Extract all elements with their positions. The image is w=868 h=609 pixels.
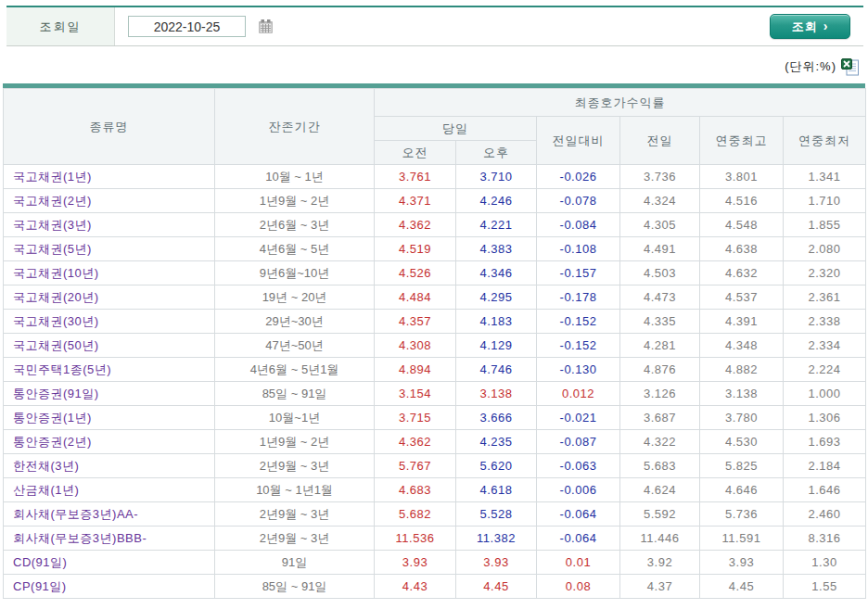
cell-change: -0.084 [537,213,620,237]
cell-prev: 3.126 [620,382,700,406]
cell-am: 4.894 [375,358,456,382]
cell-name: 한전채(3년) [4,454,215,478]
cell-year-high: 3.780 [700,406,784,430]
cell-am: 4.357 [375,310,456,334]
cell-period: 85일 ~ 91일 [215,382,375,406]
yield-table: 종류명 잔존기간 최종호가수익률 당일 전일대비 전일 연중최고 연중최저 오전… [3,88,866,599]
search-date-label: 조회일 [6,7,115,45]
cell-period: 9년6월~10년 [215,261,375,285]
cell-prev: 4.491 [620,237,700,261]
cell-period: 10월 ~ 1년 [215,165,375,189]
cell-name: 회사채(무보증3년)BBB- [4,527,215,551]
cell-change: -0.130 [537,358,620,382]
cell-pm: 4.45 [456,575,537,599]
table-row: 국고채권(2년)1년9월 ~ 2년4.3714.246-0.0784.3244.… [4,189,866,213]
table-row: 회사채(무보증3년)AA-2년9월 ~ 3년5.6825.528-0.0645.… [4,502,866,527]
cell-prev: 4.876 [620,358,700,382]
cell-name: CD(91일) [4,551,215,575]
cell-period: 2년9월 ~ 3년 [215,502,375,527]
cell-pm: 4.618 [456,478,537,502]
cell-period: 91일 [215,551,375,575]
cell-name: 국고채권(1년) [4,165,215,189]
cell-year-high: 4.516 [700,189,784,213]
cell-am: 5.682 [375,502,456,527]
cell-year-high: 4.882 [700,358,784,382]
cell-prev: 3.92 [620,551,700,575]
cell-year-low: 2.224 [784,358,866,382]
cell-change: -0.063 [537,454,620,478]
cell-change: -0.178 [537,285,620,310]
cell-prev: 5.592 [620,502,700,527]
cell-prev: 5.683 [620,454,700,478]
cell-pm: 3.138 [456,382,537,406]
unit-row: (단위:%) [3,54,865,80]
cell-year-low: 2.320 [784,261,866,285]
cell-name: 통안증권(91일) [4,382,215,406]
search-date-field [115,16,274,37]
date-input[interactable] [128,16,246,37]
cell-period: 19년 ~ 20년 [215,285,375,310]
cell-prev: 4.37 [620,575,700,599]
cell-period: 2년9월 ~ 3년 [215,454,375,478]
cell-name: 회사채(무보증3년)AA- [4,502,215,527]
excel-download-icon[interactable] [841,58,860,76]
cell-change: -0.152 [537,334,620,358]
cell-am: 4.362 [375,430,456,454]
cell-period: 1년9월 ~ 2년 [215,189,375,213]
cell-name: 국고채권(20년) [4,285,215,310]
table-row: 산금채(1년)10월 ~ 1년1월4.6834.618-0.0064.6244.… [4,478,866,502]
cell-change: 0.01 [537,551,620,575]
cell-am: 4.308 [375,334,456,358]
cell-change: -0.064 [537,502,620,527]
cell-period: 1년9월 ~ 2년 [215,430,375,454]
table-row: 한전채(3년)2년9월 ~ 3년5.7675.620-0.0635.6835.8… [4,454,866,478]
cell-change: 0.012 [537,382,620,406]
cell-year-low: 1.710 [784,189,866,213]
cell-pm: 4.129 [456,334,537,358]
chevron-right-icon: › [823,19,829,33]
cell-year-high: 3.801 [700,165,784,189]
cell-year-high: 4.638 [700,237,784,261]
col-header-prev: 전일 [620,117,700,165]
cell-prev: 4.335 [620,310,700,334]
col-header-period: 잔존기간 [215,89,375,165]
cell-year-high: 4.632 [700,261,784,285]
cell-year-high: 4.548 [700,213,784,237]
cell-prev: 4.624 [620,478,700,502]
cell-change: -0.021 [537,406,620,430]
cell-year-low: 8.316 [784,527,866,551]
cell-year-high: 4.530 [700,430,784,454]
cell-pm: 4.183 [456,310,537,334]
cell-name: 산금채(1년) [4,478,215,502]
cell-pm: 4.346 [456,261,537,285]
cell-year-high: 4.537 [700,285,784,310]
calendar-icon[interactable] [258,19,274,34]
search-button-label: 조회 [792,19,818,35]
table-row: 통안증권(2년)1년9월 ~ 2년4.3624.235-0.0874.3224.… [4,430,866,454]
table-row: 국고채권(10년)9년6월~10년4.5264.346-0.1574.5034.… [4,261,866,285]
search-button[interactable]: 조회 › [770,14,850,39]
cell-name: 통안증권(1년) [4,406,215,430]
cell-pm: 3.710 [456,165,537,189]
cell-year-low: 2.338 [784,310,866,334]
cell-period: 2년6월 ~ 3년 [215,213,375,237]
cell-pm: 4.383 [456,237,537,261]
cell-year-high: 4.646 [700,478,784,502]
cell-year-high: 4.391 [700,310,784,334]
cell-change: -0.078 [537,189,620,213]
cell-name: 국고채권(2년) [4,189,215,213]
cell-year-low: 2.080 [784,237,866,261]
table-row: CP(91일)85일 ~ 91일4.434.450.084.374.451.55 [4,575,866,599]
search-bar: 조회일 조회 › [6,6,863,46]
cell-am: 4.371 [375,189,456,213]
cell-am: 11.536 [375,527,456,551]
cell-year-low: 2.334 [784,334,866,358]
cell-prev: 4.322 [620,430,700,454]
cell-year-low: 1.306 [784,406,866,430]
col-header-am: 오전 [375,141,456,165]
cell-period: 4년6월 ~ 5년1월 [215,358,375,382]
table-row: 국고채권(50년)47년~50년4.3084.129-0.1524.2814.3… [4,334,866,358]
cell-pm: 4.295 [456,285,537,310]
cell-prev: 4.305 [620,213,700,237]
cell-year-low: 1.000 [784,382,866,406]
